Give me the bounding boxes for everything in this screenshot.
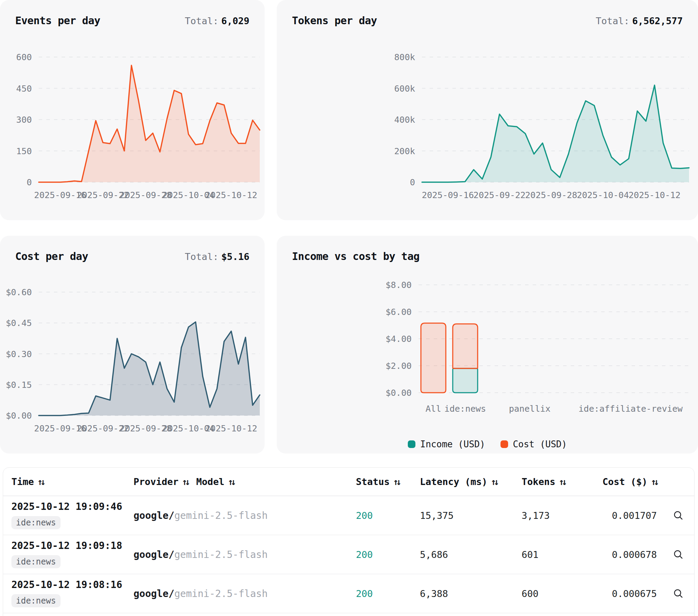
- legend-item: Income (USD): [408, 439, 485, 449]
- svg-text:2025-09-16: 2025-09-16: [422, 190, 474, 200]
- sort-status-button[interactable]: ↑↓: [393, 477, 399, 487]
- status-value: 200: [356, 510, 420, 521]
- svg-text:0: 0: [27, 177, 32, 187]
- svg-text:ide:news: ide:news: [444, 404, 486, 414]
- status-value: 200: [356, 588, 420, 599]
- provider-name: google/: [134, 588, 174, 599]
- request-log-table: Time↑↓Provider↑↓Model↑↓Status↑↓Latency (…: [3, 467, 695, 616]
- svg-text:ide:affiliate-review: ide:affiliate-review: [579, 404, 683, 414]
- svg-text:300: 300: [16, 115, 32, 125]
- svg-text:800k: 800k: [394, 52, 415, 62]
- svg-text:2025-10-04: 2025-10-04: [577, 190, 629, 200]
- total-label: Total:: [185, 16, 219, 26]
- events-per-day-panel: Events per day Total:6,029 0150300450600…: [0, 0, 265, 220]
- chart-legend: Income (USD)Cost (USD): [277, 439, 698, 449]
- svg-text:2025-09-28: 2025-09-28: [525, 190, 577, 200]
- inspect-event-button[interactable]: [673, 510, 684, 521]
- total-label: Total:: [596, 16, 630, 26]
- tokens-value: 600: [522, 588, 589, 599]
- tag-badge: ide:news: [11, 516, 61, 529]
- sort-tokens-button[interactable]: ↑↓: [559, 477, 565, 487]
- sort-cost-button[interactable]: ↑↓: [651, 477, 657, 487]
- row-timestamp: 2025-10-12 19:09:18: [11, 541, 134, 551]
- inspect-event-button[interactable]: [673, 588, 684, 599]
- legend-swatch: [408, 440, 415, 448]
- svg-text:0: 0: [410, 177, 415, 187]
- row-timestamp: 2025-10-12 19:09:46: [11, 502, 134, 512]
- panel-title: Income vs cost by tag: [292, 250, 420, 262]
- panel-header: Tokens per day Total:6,562,577: [277, 0, 698, 27]
- total-label: Total:: [185, 251, 219, 262]
- svg-text:$0.30: $0.30: [6, 349, 32, 359]
- tokens-area-chart: 0200k400k600k800k2025-09-162025-09-22202…: [277, 44, 698, 220]
- legend-label: Cost (USD): [513, 439, 567, 449]
- total-line: Total:6,562,577: [596, 16, 683, 26]
- latency-value: 6,388: [420, 588, 522, 599]
- svg-text:All: All: [425, 404, 441, 414]
- total-line: Total:$5.16: [185, 251, 249, 262]
- svg-text:$2.00: $2.00: [386, 361, 412, 371]
- model-name: gemini-2.5-flash: [174, 510, 268, 521]
- provider-name: google/: [134, 549, 174, 560]
- cost-value: 0.001707: [589, 510, 657, 521]
- inspect-event-button[interactable]: [673, 549, 684, 560]
- cost-value: 0.000678: [589, 549, 657, 560]
- svg-text:200k: 200k: [394, 146, 415, 156]
- column-header-tokens: Tokens: [522, 476, 555, 487]
- search-icon: [673, 510, 684, 521]
- svg-text:$0.00: $0.00: [386, 388, 412, 398]
- svg-text:2025-10-12: 2025-10-12: [628, 190, 681, 200]
- svg-text:$0.15: $0.15: [6, 380, 32, 390]
- panel-header: Events per day Total:6,029: [0, 0, 265, 27]
- tokens-value: 601: [522, 549, 589, 560]
- provider-name: google/: [134, 510, 174, 521]
- panel-header: Cost per day Total:$5.16: [0, 236, 265, 262]
- tokens-per-day-panel: Tokens per day Total:6,562,577 0200k400k…: [277, 0, 698, 220]
- cost-value: 0.000675: [589, 588, 657, 599]
- tag-badge: ide:news: [11, 555, 61, 568]
- tag-badge: ide:news: [11, 594, 61, 607]
- panel-title: Cost per day: [15, 250, 88, 262]
- cost-area-chart: $0.00$0.15$0.30$0.45$0.602025-09-162025-…: [0, 279, 265, 454]
- svg-text:450: 450: [16, 84, 32, 94]
- svg-text:panellix: panellix: [509, 404, 550, 414]
- total-value: 6,562,577: [632, 16, 683, 26]
- column-header-time: Time: [11, 476, 34, 487]
- panel-header: Income vs cost by tag: [277, 236, 698, 262]
- events-area-chart: 01503004506002025-09-162025-09-222025-09…: [0, 44, 265, 220]
- row-timestamp: 2025-10-12 19:08:16: [11, 580, 134, 590]
- column-header-provider: Provider: [134, 476, 178, 487]
- tokens-value: 3,173: [522, 510, 589, 521]
- column-header-latency: Latency (ms): [420, 476, 487, 487]
- svg-text:$0.00: $0.00: [6, 411, 32, 421]
- legend-label: Income (USD): [420, 439, 485, 449]
- svg-text:400k: 400k: [394, 115, 415, 125]
- income-vs-cost-panel: Income vs cost by tag $0.00$2.00$4.00$6.…: [277, 236, 698, 454]
- column-header-cost: Cost ($): [603, 476, 648, 487]
- sort-time-button[interactable]: ↑↓: [37, 477, 43, 487]
- latency-value: 15,375: [420, 510, 522, 521]
- total-value: 6,029: [221, 16, 249, 26]
- sort-latency-button[interactable]: ↑↓: [491, 477, 497, 487]
- column-header-status: Status: [356, 476, 390, 487]
- model-name: gemini-2.5-flash: [174, 588, 268, 599]
- table-header-row: Time↑↓Provider↑↓Model↑↓Status↑↓Latency (…: [3, 468, 694, 496]
- svg-text:$8.00: $8.00: [386, 280, 412, 290]
- model-name: gemini-2.5-flash: [174, 549, 268, 560]
- table-row: 2025-10-12 19:09:18ide:newsgoogle/gemini…: [3, 535, 694, 574]
- svg-text:600k: 600k: [394, 84, 415, 94]
- sort-model-button[interactable]: ↑↓: [228, 477, 234, 487]
- svg-text:2025-10-12: 2025-10-12: [205, 190, 257, 200]
- search-icon: [673, 588, 684, 599]
- svg-text:$4.00: $4.00: [386, 334, 412, 344]
- total-value: $5.16: [221, 251, 249, 262]
- cost-per-day-panel: Cost per day Total:$5.16 $0.00$0.15$0.30…: [0, 236, 265, 454]
- column-header-model: Model: [196, 476, 224, 487]
- table-body: 2025-10-12 19:09:46ide:newsgoogle/gemini…: [3, 496, 694, 613]
- svg-text:$0.45: $0.45: [6, 318, 32, 328]
- total-line: Total:6,029: [185, 16, 249, 26]
- legend-swatch: [500, 440, 508, 448]
- sort-provider-button[interactable]: ↑↓: [182, 477, 188, 487]
- panel-title: Tokens per day: [292, 15, 377, 27]
- svg-text:150: 150: [16, 146, 32, 156]
